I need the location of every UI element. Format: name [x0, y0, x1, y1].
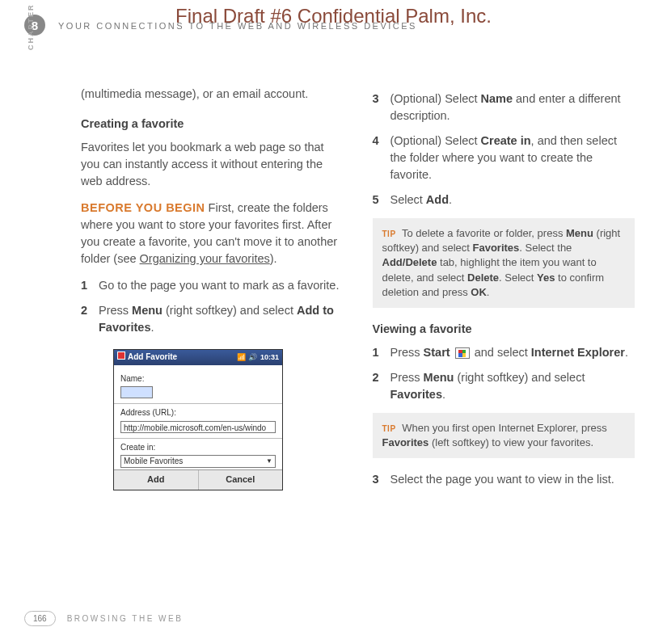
chapter-side-label: CHAPTER [27, 3, 35, 50]
mock-body: Name: Address (URL): http://mobile.micro… [114, 365, 282, 470]
create-favorite-steps: 1 Go to the page you want to mark as a f… [81, 277, 344, 336]
mock-name-label: Name: [120, 373, 276, 385]
add-favorite-screenshot: Add Favorite 📶 🔊 10:31 Name: Address (UR… [113, 349, 283, 490]
step-text: Go to the page you want to mark as a fav… [99, 277, 344, 294]
view-favorite-steps: 1 Press Start and select Internet Explor… [373, 344, 635, 403]
step-number: 1 [373, 344, 390, 361]
tip-label: TIP [382, 229, 396, 238]
mock-titlebar: Add Favorite 📶 🔊 10:31 [114, 350, 282, 365]
favorites-description: Favorites let you bookmark a web page so… [81, 139, 344, 190]
step-number: 3 [373, 90, 390, 107]
heading-creating-favorite: Creating a favorite [81, 116, 344, 133]
step-number: 4 [373, 133, 390, 149]
tipbox-delete-favorite: TIP To delete a favorite or folder, pres… [373, 218, 635, 308]
step-text: Press Menu (right softkey) and select Fa… [390, 369, 635, 403]
chevron-down-icon: ▼ [266, 457, 272, 466]
mock-dialog: Add Favorite 📶 🔊 10:31 Name: Address (UR… [113, 349, 283, 490]
list-item: 2 Press Menu (right softkey) and select … [373, 369, 635, 403]
list-item: 3 (Optional) Select Name and enter a dif… [373, 90, 635, 124]
intro-paragraph: (multimedia message), or an email accoun… [81, 86, 344, 103]
create-favorite-steps-cont: 3 (Optional) Select Name and enter a dif… [373, 90, 635, 208]
view-favorite-steps-cont: 3 Select the page you want to view in th… [373, 471, 635, 488]
step-text: (Optional) Select Name and enter a diffe… [390, 90, 635, 124]
right-column: 3 (Optional) Select Name and enter a dif… [373, 86, 635, 596]
content-area: (multimedia message), or an email accoun… [81, 86, 635, 596]
page-footer: 166 BROWSING THE WEB [24, 611, 183, 626]
tipbox-first-open: TIP When you first open Internet Explore… [373, 413, 635, 458]
mock-address-label: Address (URL): [120, 407, 276, 419]
before-you-begin-label: BEFORE YOU BEGIN [81, 201, 205, 214]
list-item: 3 Select the page you want to view in th… [373, 471, 635, 488]
step-number: 5 [373, 192, 390, 208]
list-item: 1 Go to the page you want to mark as a f… [81, 277, 344, 294]
mock-title: Add Favorite [117, 351, 177, 364]
step-number: 3 [373, 471, 390, 488]
mock-createin-label: Create in: [120, 442, 276, 454]
mock-button-row: Add Cancel [114, 469, 282, 490]
step-text: Select the page you want to view in the … [390, 471, 635, 488]
step-text: (Optional) Select Create in, and then se… [390, 133, 635, 183]
list-item: 2 Press Menu (right softkey) and select … [81, 302, 344, 336]
step-text: Select Add. [390, 192, 635, 208]
mock-add-button[interactable]: Add [114, 470, 199, 490]
left-column: (multimedia message), or an email accoun… [81, 86, 344, 596]
start-icon [455, 347, 470, 359]
mock-createin-select[interactable]: Mobile Favorites ▼ [120, 455, 276, 468]
chapter-title-banner: YOUR CONNECTIONS TO THE WEB AND WIRELESS… [58, 21, 417, 31]
tip-label: TIP [382, 424, 396, 433]
before-you-begin-block: BEFORE YOU BEGIN First, create the folde… [81, 200, 344, 267]
windows-flag-icon [117, 351, 125, 360]
organizing-favorites-link[interactable]: Organizing your favorites [140, 252, 270, 265]
step-number: 2 [81, 302, 99, 319]
page-number: 166 [24, 611, 56, 626]
footer-section-title: BROWSING THE WEB [67, 614, 184, 623]
list-item: 5 Select Add. [373, 192, 635, 208]
mock-cancel-button[interactable]: Cancel [199, 470, 283, 490]
mock-address-input[interactable]: http://mobile.microsoft.com/en-us/windo [120, 421, 276, 433]
list-item: 4 (Optional) Select Create in, and then … [373, 133, 635, 183]
step-number: 2 [373, 369, 390, 386]
mock-name-input[interactable] [120, 386, 153, 398]
mock-status-icons: 📶 🔊 10:31 [237, 352, 279, 363]
heading-viewing-favorite: Viewing a favorite [373, 321, 635, 338]
list-item: 1 Press Start and select Internet Explor… [373, 344, 635, 361]
step-number: 1 [81, 277, 99, 294]
step-text: Press Start and select Internet Explorer… [390, 344, 635, 361]
step-text: Press Menu (right softkey) and select Ad… [99, 302, 344, 336]
